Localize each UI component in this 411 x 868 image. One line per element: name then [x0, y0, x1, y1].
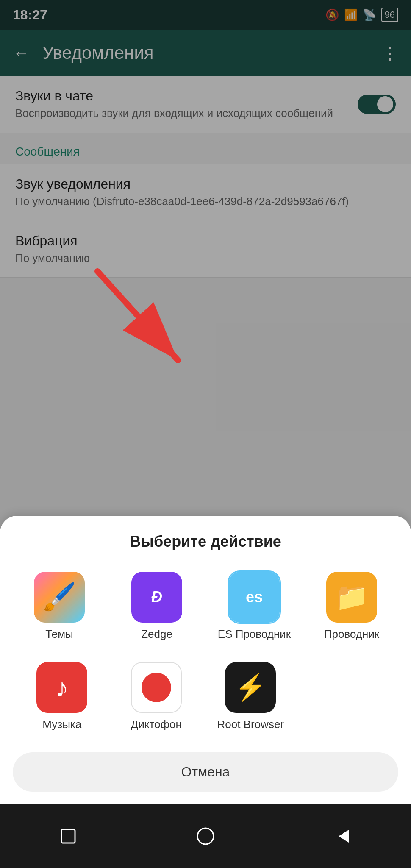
svg-marker-4 [339, 830, 349, 843]
cancel-button[interactable]: Отмена [13, 752, 398, 792]
sheet-title: Выберите действие [13, 533, 398, 551]
root-browser-icon: ⚡ [235, 672, 267, 702]
es-icon: es [246, 588, 263, 606]
files-app-icon: 📁 [326, 572, 377, 623]
es-app-icon: es [229, 572, 280, 623]
app-item-themes[interactable]: 🖌️ Темы [13, 568, 106, 645]
files-app-name: Проводник [324, 628, 379, 641]
themes-icon: 🖌️ [42, 581, 76, 613]
nav-recent-button[interactable] [60, 828, 77, 845]
svg-rect-2 [61, 829, 75, 843]
recorder-app-name: Диктофон [131, 718, 182, 731]
app-item-recorder[interactable]: Диктофон [111, 658, 202, 735]
recorder-app-icon [131, 662, 182, 713]
themes-app-icon: 🖌️ [34, 572, 85, 623]
recorder-icon [142, 673, 171, 702]
zedge-app-name: Zedge [141, 628, 172, 641]
app-item-root-browser[interactable]: ⚡ Root Browser [206, 658, 296, 735]
apps-grid-row1: 🖌️ Темы Ð Zedge es ES Проводник 📁 Провод… [13, 568, 398, 645]
nav-bar [0, 804, 411, 868]
nav-home-button[interactable] [196, 826, 215, 846]
svg-point-3 [197, 828, 214, 844]
app-item-files[interactable]: 📁 Проводник [305, 568, 398, 645]
zedge-app-icon: Ð [131, 572, 182, 623]
app-item-music[interactable]: ♪ Музыка [17, 658, 107, 735]
zedge-icon: Ð [151, 588, 162, 606]
bottom-sheet: Выберите действие 🖌️ Темы Ð Zedge es ES … [0, 516, 411, 804]
app-item-zedge[interactable]: Ð Zedge [110, 568, 203, 645]
root-browser-app-icon: ⚡ [225, 662, 276, 713]
apps-grid-row2: ♪ Музыка Диктофон ⚡ Root Browser [13, 658, 398, 735]
files-icon: 📁 [335, 581, 369, 613]
es-app-name: ES Проводник [218, 628, 291, 641]
nav-back-button[interactable] [334, 828, 351, 845]
music-app-name: Музыка [42, 718, 81, 731]
red-arrow [85, 263, 220, 381]
themes-app-name: Темы [45, 628, 73, 641]
root-browser-app-name: Root Browser [217, 718, 284, 731]
svg-line-1 [97, 271, 178, 360]
music-icon: ♪ [55, 672, 69, 703]
app-item-es[interactable]: es ES Проводник [208, 568, 301, 645]
music-app-icon: ♪ [36, 662, 87, 713]
